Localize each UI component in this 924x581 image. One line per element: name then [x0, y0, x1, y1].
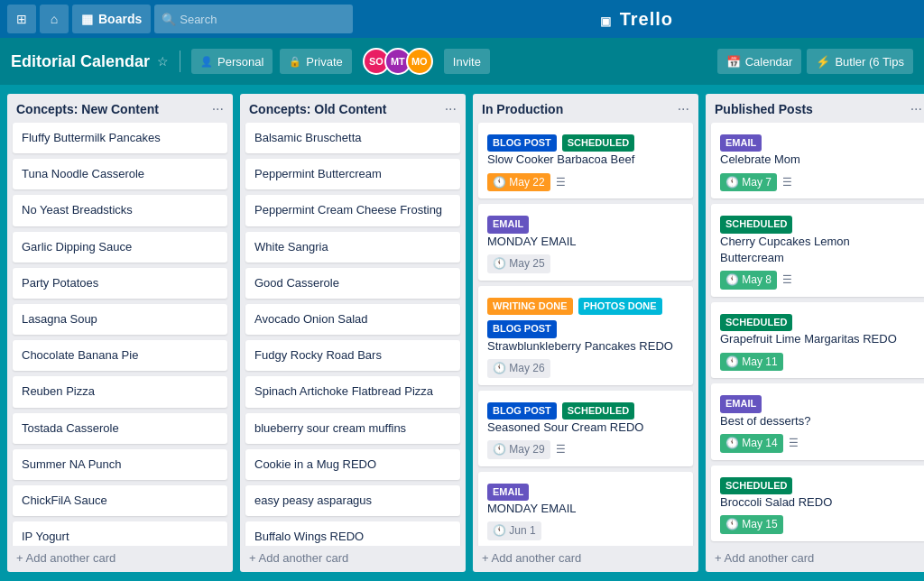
- card-title: Best of desserts?: [720, 413, 917, 429]
- card-tags: EMAIL: [487, 484, 684, 501]
- card[interactable]: Lasagna Soup: [13, 304, 227, 335]
- card[interactable]: Cookie in a Mug REDO: [245, 449, 460, 480]
- list-cards: BLOG POSTSCHEDULEDSlow Cooker Barbacoa B…: [473, 123, 698, 546]
- card[interactable]: Chocolate Banana Pie: [13, 340, 227, 371]
- tag-scheduled: SCHEDULED: [720, 477, 792, 494]
- card[interactable]: Tuna Noodle Casserole: [13, 159, 227, 189]
- card[interactable]: ChickFilA Sauce: [13, 485, 227, 516]
- card[interactable]: EMAILMONDAY EMAIL🕚 Jun 1: [478, 472, 693, 546]
- card[interactable]: SCHEDULEDCherry Cupcakes Lemon Buttercre…: [711, 204, 924, 297]
- card[interactable]: EMAILBest of desserts?🕚 May 14☰: [711, 383, 924, 459]
- card[interactable]: Buffalo Wings REDO☰: [245, 521, 460, 546]
- card[interactable]: BLOG POSTSCHEDULEDSeasoned Sour Cream RE…: [478, 391, 693, 466]
- card[interactable]: Tostada Casserole: [13, 413, 227, 444]
- card[interactable]: WRITING DONEPHOTOS DONEBLOG POSTStrawblu…: [478, 286, 693, 385]
- tag-email: EMAIL: [720, 134, 762, 152]
- tag-scheduled: SCHEDULED: [720, 314, 792, 331]
- card-meta: 🕚 May 15: [720, 515, 917, 534]
- tag-blogpost: BLOG POST: [487, 134, 557, 152]
- trello-logo: ▣ Trello: [356, 9, 917, 30]
- card[interactable]: SCHEDULEDGrapefruit Lime Margaritas REDO…: [711, 302, 924, 378]
- card[interactable]: Party Potatoes: [13, 268, 227, 299]
- card[interactable]: Good Casserole: [245, 268, 460, 299]
- card[interactable]: Avocado Onion Salad: [245, 304, 460, 335]
- card[interactable]: IP Yogurt: [13, 521, 227, 546]
- card[interactable]: Peppermint Buttercream: [245, 159, 460, 189]
- list-concepts-old: Concepts: Old Content···Balsamic Brusche…: [240, 94, 466, 572]
- search-input[interactable]: [154, 5, 353, 33]
- card-title: Summer NA Punch: [22, 456, 218, 473]
- card-title: Tuna Noodle Casserole: [22, 166, 218, 182]
- card[interactable]: Spinach Artichoke Flatbread Pizza: [245, 376, 460, 407]
- card[interactable]: Peppermint Cream Cheese Frosting: [245, 195, 460, 226]
- add-card-button[interactable]: + Add another card: [7, 546, 233, 572]
- card-title: Good Casserole: [254, 275, 451, 291]
- list-header: Concepts: New Content···: [7, 94, 233, 123]
- list-title: Concepts: Old Content: [249, 102, 386, 116]
- card[interactable]: Fluffy Buttermilk Pancakes: [13, 123, 227, 153]
- list-menu-button[interactable]: ···: [212, 101, 224, 117]
- card[interactable]: BLOG POSTSCHEDULEDSlow Cooker Barbacoa B…: [478, 123, 693, 198]
- card-title: easy peasy asparagus: [254, 493, 451, 509]
- card-title: Broccoli Salad REDO: [720, 494, 917, 511]
- header-divider: [180, 51, 180, 72]
- card[interactable]: EMAILCelebrate Mom🕚 May 7☰: [711, 123, 924, 198]
- card[interactable]: Garlic Dipping Sauce: [13, 232, 227, 263]
- butler-button[interactable]: ⚡ Butler (6 Tips: [807, 49, 913, 74]
- card-title: Chocolate Banana Pie: [22, 347, 218, 364]
- card[interactable]: Balsamic Bruschetta: [245, 123, 460, 153]
- card-title: Cherry Cupcakes Lemon Buttercream: [720, 234, 917, 266]
- card-title: Lasagna Soup: [22, 311, 218, 327]
- card[interactable]: Summer NA Punch: [13, 449, 227, 480]
- private-button[interactable]: 🔒 Private: [280, 49, 351, 74]
- avatar-mo[interactable]: MO: [406, 48, 433, 75]
- list-menu-button[interactable]: ···: [910, 101, 922, 117]
- card[interactable]: blueberry sour cream muffins: [245, 413, 460, 444]
- boards-button[interactable]: ▦ Boards: [72, 5, 151, 33]
- card-meta: 🕚 May 26: [487, 359, 684, 378]
- list-menu-button[interactable]: ···: [678, 101, 689, 117]
- personal-button[interactable]: 👤 Personal: [191, 49, 273, 74]
- card[interactable]: Reuben Pizza: [13, 376, 227, 407]
- card-date: 🕚 May 26: [487, 359, 550, 378]
- add-card-button[interactable]: + Add another card: [473, 546, 698, 572]
- card-tags: EMAIL: [487, 216, 684, 233]
- tag-email: EMAIL: [720, 395, 762, 412]
- add-card-button[interactable]: + Add another card: [240, 546, 466, 572]
- card[interactable]: EMAILMONDAY EMAIL🕚 May 25: [478, 204, 693, 280]
- star-button[interactable]: ☆: [157, 54, 169, 69]
- card-date: 🕚 May 11: [720, 353, 783, 372]
- home-icon-button[interactable]: ⌂: [40, 5, 69, 33]
- card-title: Garlic Dipping Sauce: [22, 239, 218, 255]
- card-meta: 🕚 May 29☰: [487, 440, 684, 459]
- person-icon: 👤: [200, 56, 213, 68]
- invite-button[interactable]: Invite: [444, 49, 490, 74]
- lock-icon: 🔒: [289, 56, 301, 68]
- card-title: Fluffy Buttermilk Pancakes: [22, 130, 218, 146]
- card-tags: EMAIL: [720, 395, 917, 412]
- calendar-icon: 📅: [726, 55, 741, 69]
- add-card-button[interactable]: + Add another card: [706, 546, 924, 572]
- board-body: Concepts: New Content···Fluffy Buttermil…: [0, 85, 924, 581]
- card[interactable]: SCHEDULEDBroccoli Salad REDO🕚 May 15: [711, 466, 924, 541]
- tag-blogpost: BLOG POST: [487, 402, 557, 420]
- card-date: 🕚 May 29: [487, 440, 550, 459]
- card-date: 🕚 Jun 1: [487, 521, 541, 540]
- list-cards: EMAILCelebrate Mom🕚 May 7☰SCHEDULEDCherr…: [706, 123, 924, 546]
- list-published-posts: Published Posts···EMAILCelebrate Mom🕚 Ma…: [706, 94, 924, 572]
- grid-icon-button[interactable]: ⊞: [7, 5, 36, 33]
- description-icon: ☰: [782, 272, 792, 288]
- description-icon: ☰: [782, 175, 792, 190]
- card[interactable]: No Yeast Breadsticks: [13, 195, 227, 226]
- card-title: Tostada Casserole: [22, 420, 218, 437]
- calendar-button[interactable]: 📅 Calendar: [717, 49, 802, 74]
- card-meta: 🕚 May 8☰: [720, 271, 917, 290]
- card-date: 🕚 May 7: [720, 173, 777, 192]
- card[interactable]: easy peasy asparagus: [245, 485, 460, 516]
- card[interactable]: Fudgy Rocky Road Bars: [245, 340, 460, 371]
- tag-scheduled: SCHEDULED: [562, 402, 634, 420]
- card-tags: SCHEDULED: [720, 216, 917, 233]
- list-menu-button[interactable]: ···: [445, 101, 457, 117]
- card-tags: WRITING DONEPHOTOS DONEBLOG POST: [487, 298, 684, 338]
- card[interactable]: White Sangria: [245, 232, 460, 263]
